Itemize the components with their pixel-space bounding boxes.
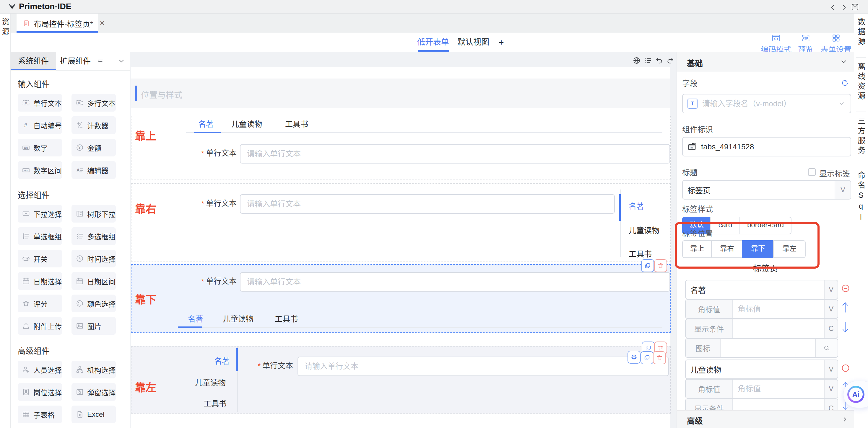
single-line-text-input[interactable] (240, 144, 670, 164)
palette-item-select[interactable]: 下拉选择 (18, 205, 62, 223)
palette-item-number-range[interactable]: 1~3 数字区间 (18, 161, 62, 179)
position-option-left[interactable]: 靠左 (773, 240, 806, 258)
tab-item[interactable]: 工具书 (275, 314, 298, 324)
delete-component-button[interactable] (654, 259, 667, 272)
search-icon[interactable] (815, 339, 838, 357)
tabs-block-top[interactable]: 靠上 名著 儿童读物 工具书 *单行文本 (131, 116, 671, 179)
palette-item-counter[interactable]: 计数器 (71, 116, 116, 134)
basic-section-header[interactable]: 基础 (677, 52, 854, 72)
palette-item-switch[interactable]: 开关 (18, 250, 62, 267)
palette-item-sub-table[interactable]: 子表格 (18, 405, 62, 423)
ai-assistant-button[interactable]: Ai (843, 381, 868, 408)
tab-item[interactable]: 名著 (198, 119, 214, 129)
right-rail-named-sql[interactable]: 命名Sql (857, 171, 865, 224)
badge-value-row[interactable]: 角标值 V (685, 299, 838, 319)
style-option-border-card[interactable]: border-card (740, 217, 792, 234)
advanced-section-header[interactable]: 高级 (677, 410, 854, 428)
outline-tree-icon[interactable] (644, 57, 652, 64)
position-option-right[interactable]: 靠右 (711, 240, 743, 258)
palette-item-checkbox-group[interactable]: 多选框组 (71, 227, 116, 245)
display-condition-row[interactable]: 显示条件 C (685, 319, 838, 338)
position-option-bottom[interactable]: 靠下 (742, 240, 774, 258)
palette-item-rate[interactable]: 评分 (18, 295, 62, 312)
palette-item-time-picker[interactable]: 时间选择 (71, 250, 116, 267)
palette-tab-system[interactable]: 系统组件 (11, 52, 56, 70)
code-mode-button[interactable]: 编码模式 (757, 34, 795, 55)
palette-item-post-select[interactable]: 岗位选择 (18, 383, 62, 401)
style-option-card[interactable]: card (710, 217, 741, 234)
palette-item-excel[interactable]: Excel (71, 405, 116, 423)
i18n-globe-icon[interactable] (633, 57, 641, 64)
palette-item-upload[interactable]: 附件上传 (18, 317, 62, 335)
show-label-checkbox[interactable] (808, 168, 816, 176)
move-up-icon[interactable] (841, 301, 849, 314)
tab-name-input[interactable]: V (685, 360, 838, 379)
single-line-text-input[interactable] (240, 272, 670, 292)
badge-value-row[interactable]: 角标值 V (685, 379, 838, 398)
tab-item[interactable]: 名著 (188, 314, 203, 324)
field-name-input[interactable]: T (682, 94, 851, 113)
left-rail-resources[interactable]: 资源 (1, 18, 9, 37)
section-header-position-style[interactable]: 位置与样式 (131, 78, 670, 108)
palette-item-number[interactable]: 123 数字 (18, 139, 62, 157)
variable-suffix-button[interactable]: V (824, 300, 838, 318)
palette-tab-extend[interactable]: 扩展组件 (56, 52, 95, 70)
redo-icon[interactable] (666, 57, 674, 64)
palette-item-auto-number[interactable]: # 自动编号 (18, 116, 62, 134)
tab-item[interactable]: 儿童读物 (195, 378, 226, 388)
variable-suffix-button[interactable]: V (824, 380, 838, 398)
tab-item[interactable]: 工具书 (285, 119, 308, 129)
palette-item-date-range[interactable]: 日期区间 (71, 272, 116, 290)
add-view-button[interactable]: + (499, 33, 504, 52)
copy-component-button[interactable] (641, 259, 654, 272)
palette-item-org-select[interactable]: 机构选择 (71, 361, 116, 378)
tab-item[interactable]: 儿童读物 (629, 226, 659, 235)
ai-icon[interactable]: Ai (847, 386, 864, 403)
tab-item[interactable]: 儿童读物 (231, 119, 262, 129)
preview-button[interactable]: 预览 (792, 34, 819, 55)
palette-item-color-picker[interactable]: 颜色选择 (71, 295, 116, 312)
position-option-top[interactable]: 靠上 (682, 240, 712, 258)
tab-name-input[interactable]: V (685, 280, 838, 299)
palette-item-dialog-select[interactable]: 弹窗选择 (71, 383, 116, 401)
tab-default-view[interactable]: 默认视图 (457, 33, 489, 52)
palette-item-multi-line-text[interactable]: A 多行文本 (71, 94, 116, 111)
close-tab-icon[interactable]: ✕ (99, 20, 105, 27)
tab-lowcode-form[interactable]: 低开表单 (417, 33, 449, 52)
tab-item[interactable]: 工具书 (204, 399, 226, 409)
nav-forward-icon[interactable] (840, 4, 848, 11)
palette-item-editor[interactable]: A 编辑器 (71, 161, 116, 179)
tab-item[interactable]: 名著 (629, 201, 644, 211)
palette-item-radio-group[interactable]: 单选框组 (18, 227, 62, 245)
right-rail-offline-resources[interactable]: 离线资源 (857, 63, 865, 102)
variable-suffix-button[interactable]: V (824, 281, 838, 299)
remove-tab-icon[interactable] (841, 364, 850, 372)
move-down-icon[interactable] (841, 321, 849, 334)
right-rail-third-party-services[interactable]: 三方服务 (857, 117, 865, 156)
undo-icon[interactable] (655, 57, 663, 64)
palette-item-person-select[interactable]: 人员选择 (18, 361, 62, 378)
single-line-text-input[interactable] (240, 194, 615, 214)
form-settings-button[interactable]: 表单设置 (817, 34, 855, 55)
tab-item[interactable]: 工具书 (629, 249, 652, 259)
remove-tab-icon[interactable] (841, 284, 850, 293)
document-tab[interactable]: 布局控件-标签页* ✕ (17, 13, 98, 33)
chevron-down-icon[interactable] (838, 100, 845, 107)
delete-field-button[interactable] (653, 351, 666, 364)
variable-suffix-button[interactable]: V (824, 360, 838, 378)
tabs-block-bottom-selected[interactable]: *单行文本 靠下 名著 儿童读物 工具书 (131, 264, 671, 333)
single-line-text-input[interactable] (298, 357, 669, 376)
palette-item-tree-select[interactable]: 树形下拉 (71, 205, 116, 223)
sort-list-icon[interactable] (98, 58, 104, 64)
tabs-block-right[interactable]: 靠右 *单行文本 名著 儿童读物 工具书 (131, 183, 671, 262)
variable-suffix-button[interactable]: V (835, 180, 850, 199)
refresh-icon[interactable] (841, 79, 849, 87)
palette-item-single-line-text[interactable]: A 单行文本 (18, 94, 62, 111)
tabs-block-left[interactable]: 靠左 名著 儿童读物 工具书 *单行文本 (131, 346, 671, 414)
component-id-input[interactable]: Tab (682, 137, 851, 157)
icon-select-row[interactable]: 图标 (685, 338, 838, 358)
nav-back-icon[interactable] (829, 4, 837, 11)
palette-item-date-picker[interactable]: 日期选择 (18, 272, 62, 290)
copy-field-button[interactable] (641, 351, 653, 364)
palette-item-money[interactable]: ¥ 金额 (71, 139, 116, 157)
